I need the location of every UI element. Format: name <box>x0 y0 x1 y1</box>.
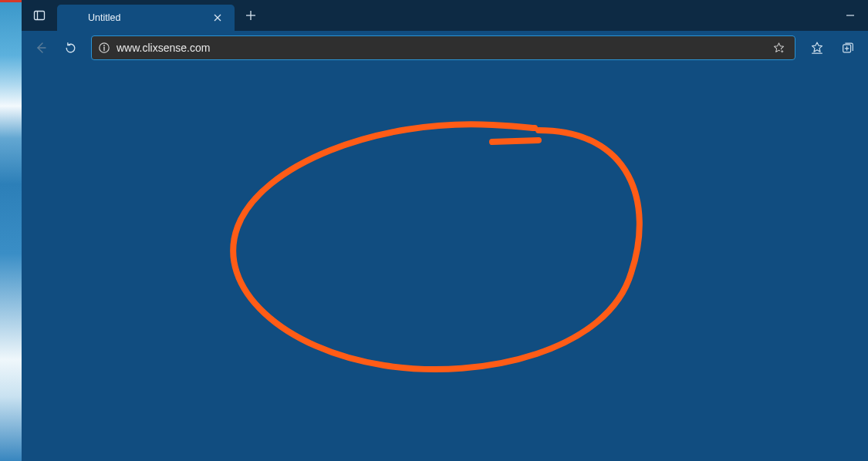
window-minimize-button[interactable] <box>833 0 868 31</box>
refresh-button[interactable] <box>57 35 83 60</box>
refresh-icon <box>64 42 77 55</box>
new-tab-button[interactable] <box>238 0 264 31</box>
collections-button[interactable] <box>834 35 862 60</box>
star-line-icon <box>810 41 824 55</box>
browser-window: Untitled <box>22 0 868 461</box>
close-icon <box>214 14 221 22</box>
titlebar-drag-area[interactable] <box>264 0 833 31</box>
arrow-left-icon <box>34 41 48 55</box>
tab-strip: Untitled <box>22 0 868 31</box>
annotation-circle <box>199 111 677 404</box>
site-info-button[interactable] <box>98 42 110 54</box>
address-bar[interactable] <box>91 35 795 60</box>
desktop-background-sliver <box>0 0 22 461</box>
plus-icon <box>245 10 256 21</box>
svg-rect-0 <box>35 12 45 20</box>
browser-toolbar <box>22 31 868 65</box>
star-add-icon <box>772 42 785 55</box>
add-favorite-button[interactable] <box>768 38 789 58</box>
favorites-button[interactable] <box>803 35 831 60</box>
page-content-area <box>22 65 868 461</box>
tab-actions-icon <box>33 9 46 22</box>
url-input[interactable] <box>117 42 762 54</box>
back-button[interactable] <box>28 35 54 60</box>
tab-title: Untitled <box>88 12 208 23</box>
collections-icon <box>841 41 855 55</box>
svg-point-9 <box>103 45 105 46</box>
svg-line-18 <box>492 140 539 142</box>
browser-tab-active[interactable]: Untitled <box>57 5 235 31</box>
tab-actions-button[interactable] <box>22 0 57 31</box>
info-icon <box>98 42 110 54</box>
minimize-icon <box>846 11 855 20</box>
tab-close-button[interactable] <box>208 8 227 27</box>
